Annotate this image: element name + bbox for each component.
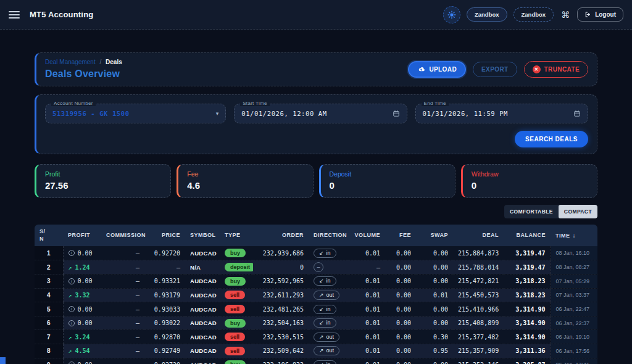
cloud-upload-icon [417, 66, 425, 72]
main-content: Deal Management / Deals Deals Overview U… [0, 30, 632, 364]
theme-toggle-button[interactable] [443, 6, 460, 23]
cell-type: buy [220, 275, 253, 289]
cell-type: sell [220, 302, 253, 316]
stat-card-fee: Fee 4.6 [177, 164, 313, 198]
cell-symbol: AUDCAD [185, 316, 220, 330]
cell-balance: 3,314.90 [504, 302, 551, 316]
search-deals-button[interactable]: SEARCH DEALS [515, 131, 588, 147]
cell-deal: 215,357,909 [453, 344, 504, 358]
stat-label: Fee [187, 170, 304, 178]
type-badge: buy [225, 277, 246, 286]
breadcrumb-root[interactable]: Deal Management [45, 59, 96, 65]
cell-order: 232,509,642 [253, 344, 309, 358]
x-circle-icon: ✕ [533, 65, 541, 73]
cell-price: 0.92720 [144, 358, 185, 364]
cell-swap: 0.01 [416, 288, 453, 302]
cell-direction: ↗out [309, 330, 348, 344]
table-row[interactable]: 5i0.00–0.93033AUDCADsell232,481,265↙in0.… [35, 302, 597, 316]
cell-order: 232,592,965 [253, 275, 309, 289]
command-icon[interactable]: ⌘ [560, 10, 571, 20]
cell-profit: i0.00 [63, 275, 101, 289]
type-badge: deposit [225, 263, 253, 271]
table-row[interactable]: 2↗1.24––N/Adeposit0––0.000.00215,788,014… [35, 260, 597, 275]
stat-card-deposit: Deposit 0 [319, 164, 455, 198]
truncate-button[interactable]: ✕ TRUNCATE [524, 61, 588, 78]
column-header-direction: DIRECTION [309, 225, 348, 246]
type-badge: sell [225, 305, 245, 313]
info-icon: i [69, 278, 75, 284]
stat-value: 0 [472, 180, 588, 191]
stat-value: 4.6 [187, 180, 304, 191]
info-icon: i [69, 306, 75, 312]
cell-time: 06 Jan, 22:47 [551, 302, 597, 316]
end-time-value: 01/31/2026, 11:59 PM [423, 110, 573, 117]
cell-profit: i0.00 [63, 358, 101, 364]
column-header-fee: FEE [385, 225, 416, 246]
env-button-primary[interactable]: Zandbox [467, 7, 507, 22]
cell-symbol: N/A [185, 260, 220, 275]
cell-time: 07 Jan, 03:37 [551, 288, 597, 302]
direction-out-icon: ↗ [319, 347, 324, 354]
cell-symbol: AUDCAD [185, 302, 220, 316]
menu-icon[interactable] [9, 9, 20, 21]
cell-swap: 0.00 [416, 316, 453, 330]
table-row[interactable]: 6i0.00–0.93022AUDCADbuy232,504,163↙in0.0… [35, 316, 597, 330]
table-row[interactable]: 1i0.00–0.92720AUDCADbuy232,939,686↙in0.0… [35, 246, 597, 260]
cell-volume: 0.01 [348, 330, 385, 344]
cell-fee: 0.00 [385, 358, 416, 364]
type-badge: sell [225, 347, 245, 355]
cell-volume: 0.01 [348, 302, 385, 316]
direction-out-icon: ↗ [319, 292, 324, 298]
cell-fee: 0.00 [385, 330, 416, 344]
env-button-secondary[interactable]: Zandbox [514, 7, 554, 22]
cell-order: 232,196,833 [253, 358, 309, 364]
direction-badge: ↙in [314, 276, 336, 286]
cell-profit: ↗4.54 [63, 344, 101, 358]
breadcrumb-current: Deals [106, 59, 122, 65]
table-row[interactable]: 3i0.00–0.93321AUDCADbuy232,592,965↙in0.0… [35, 275, 597, 289]
type-badge: buy [225, 249, 246, 257]
stat-label: Deposit [330, 170, 446, 178]
cell-volume: 0.01 [348, 344, 385, 358]
table-row[interactable]: 8↗4.54–0.92749AUDCADsell232,509,642↗out0… [35, 344, 597, 358]
account-number-select[interactable]: Account Number 51319956 - GK 1500 ▾ [45, 104, 226, 123]
cell-price: – [144, 260, 185, 275]
density-compact-button[interactable]: COMPACT [559, 205, 597, 218]
table-row[interactable]: 4↗3.32–0.93179AUDCADsell232,611,293↗out0… [35, 288, 597, 302]
cell-direction: ↗out [309, 288, 348, 302]
cell-type: sell [220, 344, 253, 358]
trend-up-icon: ↗ [69, 264, 72, 271]
cell-swap: 0.30 [416, 330, 453, 344]
account-number-value: 51319956 - GK 1500 [52, 110, 216, 117]
export-button[interactable]: EXPORT [473, 62, 517, 77]
calendar-icon[interactable] [393, 110, 400, 117]
calendar-icon[interactable] [573, 110, 581, 117]
table-row[interactable]: 9i0.00–0.92720AUDCADbuy232,196,833↙in0.0… [35, 358, 597, 364]
cell-swap: 0.00 [416, 302, 453, 316]
upload-label: UPLOAD [429, 66, 457, 73]
table-row[interactable]: 7↗3.24–0.92870AUDCADsell232,530,515↗out0… [35, 330, 597, 344]
direction-badge: ↗out [314, 333, 339, 342]
cell-volume: 0.01 [348, 275, 385, 289]
cell-price: 0.93022 [144, 316, 185, 330]
end-time-input[interactable]: End Time 01/31/2026, 11:59 PM [415, 104, 588, 123]
type-badge: buy [225, 319, 246, 328]
column-header-symbol: SYMBOL [185, 225, 220, 246]
density-comfortable-button[interactable]: COMFORTABLE [504, 205, 559, 218]
start-time-input[interactable]: Start Time 01/01/2026, 12:00 AM [234, 104, 407, 123]
column-header-time[interactable]: TIME↓ [551, 225, 597, 246]
sun-icon [447, 10, 456, 19]
direction-badge: ↙in [314, 249, 336, 258]
cell-profit: ↗3.24 [63, 330, 101, 344]
cell-volume: 0.01 [348, 246, 385, 260]
stat-card-withdraw: Withdraw 0 [461, 164, 597, 198]
direction-badge: ↗out [314, 291, 339, 300]
cell-price: 0.92749 [144, 344, 185, 358]
upload-button[interactable]: UPLOAD [408, 61, 466, 78]
logout-label: Logout [595, 11, 616, 18]
cell-swap: 0.95 [416, 344, 453, 358]
logout-button[interactable]: Logout [577, 7, 623, 22]
cell-balance: 3,305.87 [504, 358, 551, 364]
cell-deal: 215,410,966 [453, 302, 504, 316]
density-toggle: COMFORTABLE COMPACT [504, 205, 597, 218]
